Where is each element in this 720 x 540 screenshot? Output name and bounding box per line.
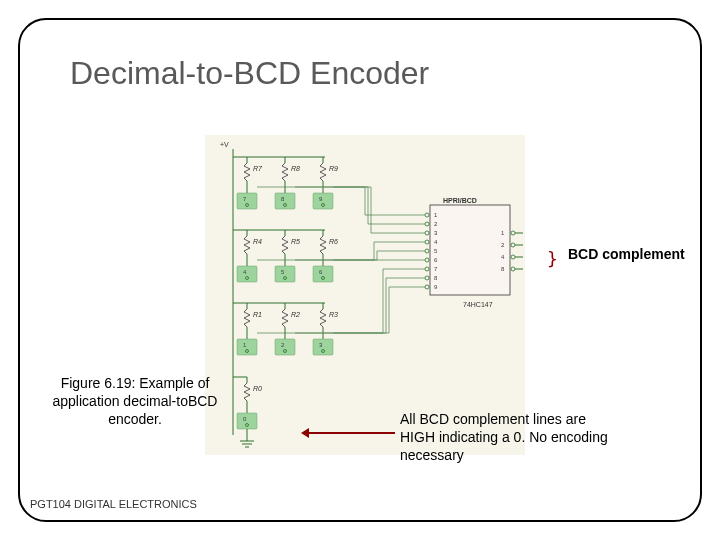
footer-text: PGT104 DIGITAL ELECTRONICS <box>30 498 197 510</box>
svg-text:R0: R0 <box>253 385 262 392</box>
svg-text:R9: R9 <box>329 165 338 172</box>
annotation-arrow-icon <box>307 432 395 434</box>
bcd-bracket-icon: } <box>547 248 558 269</box>
svg-text:74HC147: 74HC147 <box>463 301 493 308</box>
svg-text:R5: R5 <box>291 238 300 245</box>
bcd-complement-label: BCD complement <box>568 246 685 262</box>
svg-text:R1: R1 <box>253 311 262 318</box>
svg-text:R6: R6 <box>329 238 338 245</box>
page-title: Decimal-to-BCD Encoder <box>70 55 429 92</box>
supply-label: +V <box>220 141 229 148</box>
svg-rect-70 <box>430 205 510 295</box>
svg-text:R7: R7 <box>253 165 263 172</box>
svg-text:R8: R8 <box>291 165 300 172</box>
encoder-circuit-diagram: +V R7 7 R8 8 R9 <box>205 135 525 455</box>
svg-text:R4: R4 <box>253 238 262 245</box>
annotation-text: All BCD complement lines are HIGH indica… <box>400 410 620 465</box>
figure-caption: Figure 6.19: Example of application deci… <box>40 374 230 429</box>
svg-text:R2: R2 <box>291 311 300 318</box>
svg-text:R3: R3 <box>329 311 338 318</box>
encoder-chip: HPRI/BCD 74HC147 1 2 3 4 5 6 7 8 9 1 2 <box>425 197 523 308</box>
svg-text:HPRI/BCD: HPRI/BCD <box>443 197 477 204</box>
